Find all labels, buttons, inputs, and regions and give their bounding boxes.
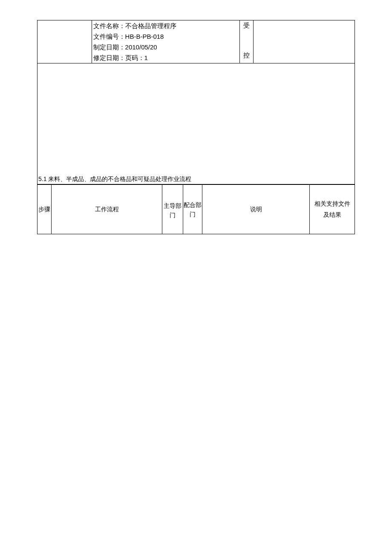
create-date-value: 2010/05/20 — [125, 43, 157, 51]
file-no-row: 文件编号：HB-B-PB-018 — [92, 31, 239, 42]
document-page: 文件名称：不合格品管理程序 文件编号：HB-B-PB-018 制定日期：2010… — [37, 20, 355, 234]
col-doc: 相关支持文件及结果 — [310, 185, 355, 234]
file-name-row: 文件名称：不合格品管理程序 — [92, 20, 239, 31]
flow-table: 步骤 工作流程 主导部门 配合部门 说明 相关支持文件及结果 — [37, 184, 355, 234]
revise-page-row: 修定日期：页码：1 — [92, 52, 239, 63]
header-info-cell: 文件名称：不合格品管理程序 文件编号：HB-B-PB-018 制定日期：2010… — [92, 20, 239, 63]
col-flow: 工作流程 — [51, 185, 162, 234]
col-coop: 配合部门 — [183, 185, 202, 234]
col-lead-text: 主导部门 — [162, 199, 183, 220]
revise-date-label: 修定日期： — [93, 54, 125, 61]
page-label: 页码： — [125, 54, 144, 61]
col-step: 步骤 — [37, 185, 52, 234]
col-doc-text: 相关支持文件及结果 — [310, 196, 355, 223]
col-desc: 说明 — [202, 185, 310, 234]
page-no-value: 1 — [144, 54, 148, 61]
file-no-label: 文件编号： — [93, 33, 125, 40]
header-logo-cell — [37, 20, 92, 63]
section-title: 来料、半成品、成品的不合格品和可疑品处理作业流程 — [46, 175, 191, 182]
create-date-label: 制定日期： — [93, 43, 125, 51]
file-name-value: 不合格品管理程序 — [125, 22, 176, 29]
create-date-row: 制定日期：2010/05/20 — [92, 42, 239, 52]
stamp-char-1: 受 — [240, 20, 253, 31]
stamp-cell: 受 控 — [239, 20, 253, 63]
header-right-cell — [253, 20, 355, 63]
stamp-char-2: 控 — [240, 50, 253, 60]
flow-table-header-row: 步骤 工作流程 主导部门 配合部门 说明 相关支持文件及结果 — [37, 185, 355, 234]
header-table: 文件名称：不合格品管理程序 文件编号：HB-B-PB-018 制定日期：2010… — [37, 20, 355, 63]
body-area: 5.1 来料、半成品、成品的不合格品和可疑品处理作业流程 — [37, 63, 355, 184]
file-name-label: 文件名称： — [93, 22, 125, 29]
col-lead: 主导部门 — [162, 185, 183, 234]
section-number: 5.1 — [38, 175, 46, 182]
col-coop-text: 配合部门 — [183, 200, 202, 219]
file-no-value: HB-B-PB-018 — [125, 33, 164, 40]
section-heading: 5.1 来料、半成品、成品的不合格品和可疑品处理作业流程 — [38, 175, 191, 183]
